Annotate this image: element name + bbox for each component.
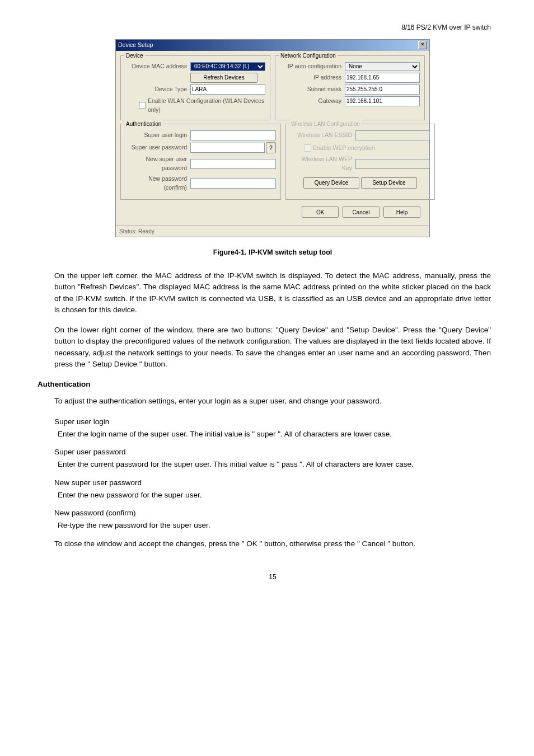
su-pw-label: Super user password [125, 143, 190, 152]
page-number: 15 [54, 572, 491, 582]
mac-select[interactable]: 00:E0:4C:39:14:32 (I.) [190, 62, 265, 71]
help-button[interactable]: Help [383, 206, 420, 218]
auth-group: Authentication Super user login Super us… [120, 124, 281, 200]
ok-button[interactable]: OK [302, 206, 339, 218]
mac-label: Device MAC address [125, 62, 190, 71]
ip-auto-select[interactable]: None [345, 62, 420, 71]
device-group: Device Device MAC address 00:E0:4C:39:14… [120, 55, 270, 121]
device-type-label: Device Type [125, 85, 190, 94]
defn-su-pw: Enter the current password for the super… [58, 459, 491, 470]
wlan-group: Wireless LAN Configuration Wireless LAN … [285, 124, 435, 200]
status-bar: Status: Ready [116, 226, 429, 237]
new-pw2-input[interactable] [190, 179, 276, 189]
cancel-button[interactable]: Cancel [343, 206, 380, 218]
su-login-label: Super user login [125, 131, 190, 140]
defn-new-pw: Enter the new password for the super use… [58, 490, 491, 501]
term-su-login: Super user login [54, 416, 491, 428]
term-new-pw: New super user password [54, 477, 491, 489]
wlan-group-title: Wireless LAN Configuration [289, 120, 362, 128]
essid-label: Wireless LAN ESSID [291, 131, 355, 140]
wep-checkbox [304, 144, 311, 152]
ip-label: IP address [280, 73, 345, 82]
mask-label: Subnet mask [280, 85, 345, 94]
refresh-devices-button[interactable]: Refresh Devices [190, 73, 257, 83]
paragraph-4: To close the window and accept the chang… [54, 538, 491, 550]
dialog-title: Device Setup [118, 41, 153, 50]
su-login-input[interactable] [190, 130, 276, 140]
defn-su-login: Enter the login name of the super user. … [58, 429, 491, 440]
essid-input [355, 130, 430, 140]
paragraph-1: On the upper left corner, the MAC addres… [54, 270, 491, 316]
pw-help-button[interactable]: ? [266, 142, 276, 153]
term-su-pw: Super user password [54, 447, 491, 458]
new-pw-input[interactable] [190, 159, 276, 169]
device-type-input[interactable] [190, 84, 265, 95]
query-device-button[interactable]: Query Device [303, 177, 359, 189]
gw-label: Gateway [280, 97, 345, 106]
close-icon[interactable]: × [418, 41, 427, 49]
defn-new-pw2: Re-type the new password for the super u… [58, 520, 491, 531]
device-group-title: Device [124, 51, 145, 60]
term-new-pw2: New password (confirm) [54, 508, 491, 519]
ip-input[interactable] [345, 73, 420, 83]
enable-wlan-label: Enable WLAN Configuration (WLAN Devices … [148, 97, 265, 115]
mask-input[interactable] [345, 84, 420, 95]
network-group-title: Network Configuration [279, 51, 338, 60]
network-group: Network Configuration IP auto configurat… [275, 55, 425, 121]
dialog-button-row: OK Cancel Help [120, 203, 425, 221]
paragraph-3: To adjust the authentication settings, e… [54, 396, 491, 407]
figure-caption: Figure4-1. IP-KVM switch setup tool [54, 247, 491, 258]
new-pw2-label: New password (confirm) [125, 175, 190, 192]
dialog-titlebar: Device Setup × [116, 40, 429, 51]
gw-input[interactable] [345, 96, 420, 106]
wep-key-label: Wireless LAN WEP Key [291, 155, 355, 173]
su-pw-input[interactable] [190, 143, 265, 153]
enable-wlan-checkbox[interactable] [139, 102, 146, 109]
device-setup-dialog: Device Setup × Device Device MAC address… [115, 39, 430, 237]
ip-auto-label: IP auto configuration [280, 62, 345, 71]
wep-key-input [355, 159, 430, 169]
wep-label: Enable WEP encryption [313, 144, 375, 153]
auth-heading: Authentication [38, 379, 491, 390]
setup-device-button[interactable]: Setup Device [361, 177, 417, 189]
new-pw-label: New super user password [125, 155, 190, 173]
auth-group-title: Authentication [124, 120, 163, 128]
page-header: 8/16 PS/2 KVM over IP switch [54, 22, 491, 32]
paragraph-2: On the lower right corner of the window,… [54, 325, 491, 370]
